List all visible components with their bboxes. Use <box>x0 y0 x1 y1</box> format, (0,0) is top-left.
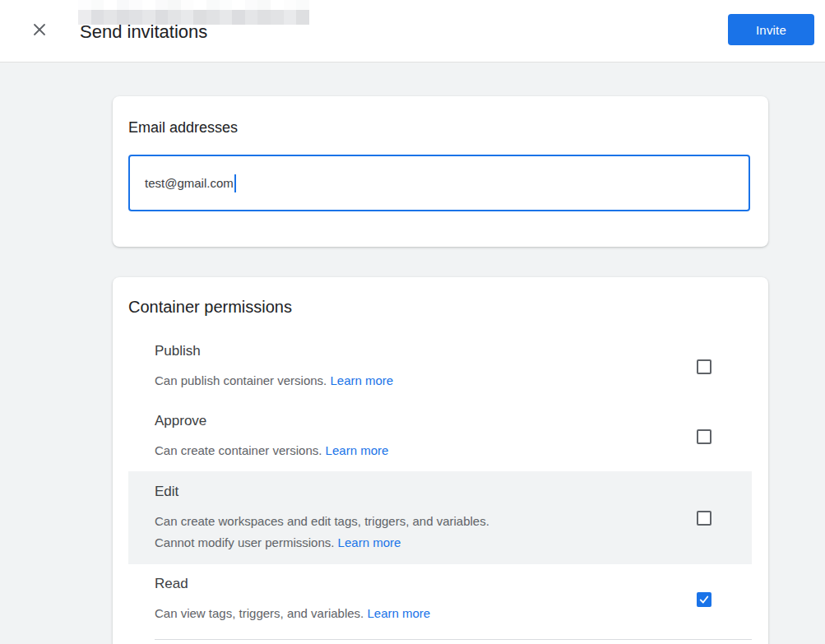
page-title: Send invitations <box>80 20 207 44</box>
approve-checkbox[interactable] <box>697 429 711 444</box>
learn-more-link[interactable]: Learn more <box>367 606 430 620</box>
permission-row-approve: Approve Can create container versions. L… <box>128 401 752 471</box>
learn-more-link[interactable]: Learn more <box>330 373 393 387</box>
learn-more-link[interactable]: Learn more <box>326 443 389 457</box>
redacted-account-text-top <box>78 0 309 10</box>
invite-button[interactable]: Invite <box>728 14 814 45</box>
permission-row-edit: Edit Can create workspaces and edit tags… <box>128 471 752 564</box>
permission-name: Publish <box>155 342 697 360</box>
text-cursor <box>234 174 236 192</box>
email-input-value: test@gmail.com <box>145 176 234 190</box>
edit-checkbox[interactable] <box>697 511 711 526</box>
permission-description: Can view tags, triggers, and variables. <box>155 606 364 620</box>
permission-description: Can create workspaces and edit tags, tri… <box>155 514 489 528</box>
row-divider <box>155 639 752 640</box>
permission-row-publish: Publish Can publish container versions. … <box>128 331 752 401</box>
permission-name: Edit <box>155 483 697 501</box>
email-input[interactable]: test@gmail.com <box>128 155 750 211</box>
permission-description: Can publish container versions. <box>155 373 327 387</box>
container-permissions-card: Container permissions Publish Can publis… <box>113 277 768 644</box>
permission-name: Read <box>155 575 697 593</box>
close-icon <box>31 21 48 38</box>
learn-more-link[interactable]: Learn more <box>338 535 401 549</box>
email-section-title: Email addresses <box>128 118 750 137</box>
permission-name: Approve <box>155 412 697 430</box>
permissions-section-title: Container permissions <box>128 296 752 317</box>
read-checkbox[interactable] <box>697 592 711 607</box>
permission-description: Can create container versions. <box>155 443 322 457</box>
dialog-body: Email addresses test@gmail.com Container… <box>0 63 825 644</box>
permissions-list: Publish Can publish container versions. … <box>128 331 752 640</box>
permission-description-line2: Cannot modify user permissions. <box>155 535 334 549</box>
publish-checkbox[interactable] <box>697 359 711 374</box>
dialog-header: Send invitations Invite <box>0 0 825 63</box>
close-button[interactable] <box>30 20 49 39</box>
checkmark-icon <box>698 594 710 605</box>
email-addresses-card: Email addresses test@gmail.com <box>113 96 768 247</box>
permission-row-read: Read Can view tags, triggers, and variab… <box>128 564 752 634</box>
